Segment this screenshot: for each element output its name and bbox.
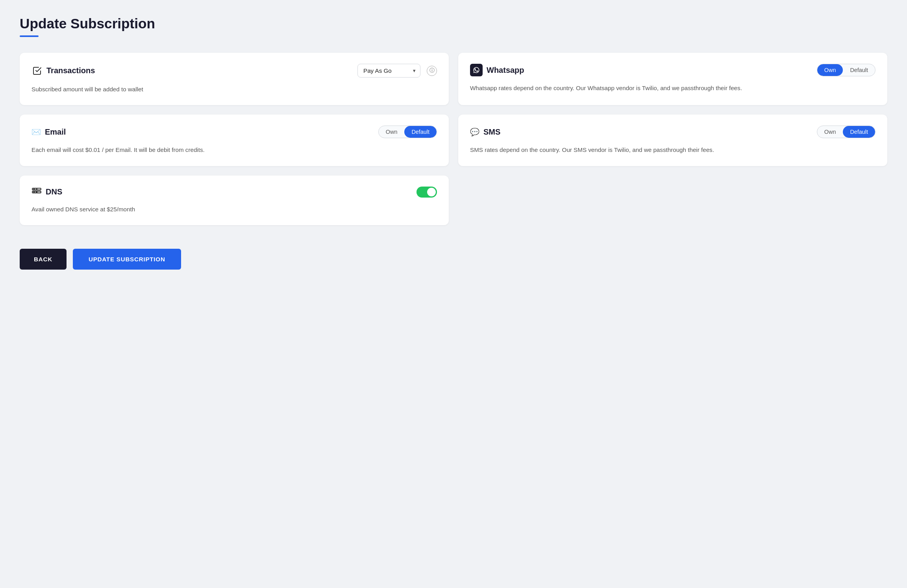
transactions-icon [31,65,43,76]
whatsapp-icon [470,64,483,76]
transactions-description: Subscribed amount will be added to walle… [31,85,437,94]
transactions-controls: Pay As Go Monthly Annual ▾ ⓘ [357,64,437,78]
cards-grid: Transactions Pay As Go Monthly Annual ▾ … [20,53,887,105]
svg-point-2 [34,189,35,189]
sms-title: SMS [483,128,500,137]
whatsapp-title: Whatsapp [487,66,524,75]
sms-default-button[interactable]: Default [843,126,875,138]
dns-title-group: DNS [31,187,62,197]
email-icon: ✉️ [31,128,41,137]
whatsapp-default-button[interactable]: Default [843,64,875,76]
empty-cell [458,176,887,225]
transactions-title: Transactions [46,66,95,75]
sms-icon: 💬 [470,128,479,137]
whatsapp-card: Whatsapp Own Default Whatsapp rates depe… [458,53,887,105]
dns-card-header: DNS [31,187,437,198]
sms-title-group: 💬 SMS [470,128,500,137]
whatsapp-own-button[interactable]: Own [817,64,843,76]
email-title: Email [45,128,66,137]
dns-title: DNS [46,187,62,196]
title-underline [20,35,39,37]
dns-description: Avail owned DNS service at $25/month [31,205,437,214]
email-toggle-group[interactable]: Own Default [378,126,437,138]
email-description: Each email will cost $0.01 / per Email. … [31,145,437,155]
dns-icon [31,187,42,197]
whatsapp-description: Whatsapp rates depend on the country. Ou… [470,83,876,93]
info-icon[interactable]: ⓘ [427,66,437,76]
svg-point-3 [34,192,35,192]
transactions-card-header: Transactions Pay As Go Monthly Annual ▾ … [31,64,437,78]
transactions-dropdown-wrapper[interactable]: Pay As Go Monthly Annual ▾ [357,64,420,78]
update-subscription-button[interactable]: UPDATE SUBSCRIPTION [73,249,181,270]
cards-grid-2: ✉️ Email Own Default Each email will cos… [20,115,887,166]
whatsapp-toggle-group[interactable]: Own Default [817,64,876,76]
bottom-row: DNS Avail owned DNS service at $25/month [20,176,887,225]
dns-toggle-slider [416,187,437,198]
email-default-button[interactable]: Default [404,126,437,138]
sms-description: SMS rates depend on the country. Our SMS… [470,145,876,155]
whatsapp-title-group: Whatsapp [470,64,524,76]
sms-own-button[interactable]: Own [817,126,843,138]
transactions-dropdown[interactable]: Pay As Go Monthly Annual [357,64,420,78]
actions-bar: BACK UPDATE SUBSCRIPTION [20,249,887,270]
email-card-header: ✉️ Email Own Default [31,126,437,138]
sms-toggle-group[interactable]: Own Default [817,126,876,138]
page-title: Update Subscription [20,16,887,31]
sms-card: 💬 SMS Own Default SMS rates depend on th… [458,115,887,166]
dns-toggle[interactable] [416,187,437,198]
transactions-title-group: Transactions [31,65,95,76]
email-own-button[interactable]: Own [379,126,405,138]
transactions-card: Transactions Pay As Go Monthly Annual ▾ … [20,53,449,105]
whatsapp-card-header: Whatsapp Own Default [470,64,876,76]
dns-card: DNS Avail owned DNS service at $25/month [20,176,449,225]
email-card: ✉️ Email Own Default Each email will cos… [20,115,449,166]
sms-card-header: 💬 SMS Own Default [470,126,876,138]
back-button[interactable]: BACK [20,249,67,270]
email-title-group: ✉️ Email [31,128,66,137]
